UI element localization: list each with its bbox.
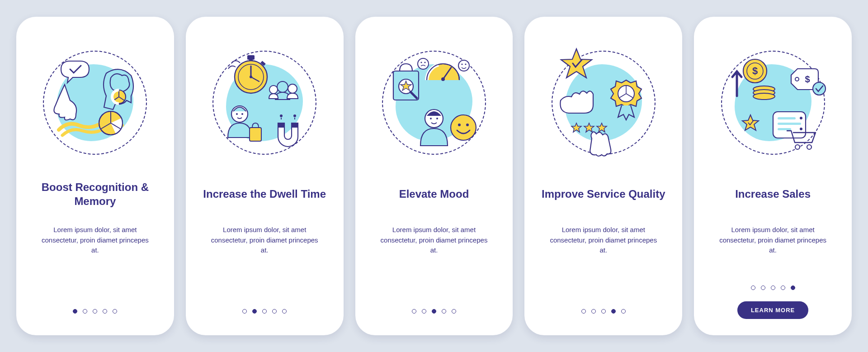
card-body: Lorem ipsum dolor, sit amet consectetur,… xyxy=(717,225,830,256)
pagination-dots xyxy=(581,309,626,314)
card-body: Lorem ipsum dolor, sit amet consectetur,… xyxy=(38,225,151,256)
card-title: Increase Sales xyxy=(735,180,811,209)
dot-1[interactable] xyxy=(242,309,247,314)
onboarding-card-3: Elevate Mood Lorem ipsum dolor, sit amet… xyxy=(355,17,513,335)
svg-point-16 xyxy=(241,113,243,115)
svg-point-26 xyxy=(420,62,422,63)
dot-2[interactable] xyxy=(252,309,257,314)
dot-5[interactable] xyxy=(282,309,287,314)
svg-point-28 xyxy=(458,60,469,71)
learn-more-button[interactable]: LEARN MORE xyxy=(737,301,808,319)
sales-icon-group: $ $ xyxy=(712,44,834,162)
dot-4[interactable] xyxy=(611,309,616,314)
dot-3[interactable] xyxy=(262,309,267,314)
dot-2[interactable] xyxy=(761,285,765,290)
card-title: Elevate Mood xyxy=(399,180,469,209)
svg-point-52 xyxy=(800,128,802,130)
dot-1[interactable] xyxy=(412,309,416,314)
onboarding-card-1: Boost Recognition & Memory Lorem ipsum d… xyxy=(16,17,174,335)
svg-point-36 xyxy=(466,124,469,126)
svg-point-33 xyxy=(436,118,438,119)
dot-3[interactable] xyxy=(771,285,775,290)
svg-point-15 xyxy=(236,113,238,115)
dot-5[interactable] xyxy=(791,285,795,290)
pagination-dots xyxy=(412,309,456,314)
svg-rect-49 xyxy=(778,123,801,125)
svg-rect-19 xyxy=(292,123,298,128)
svg-point-43 xyxy=(753,93,775,100)
svg-point-25 xyxy=(418,58,429,69)
svg-point-30 xyxy=(465,63,466,65)
svg-point-24 xyxy=(441,77,445,81)
pagination-dots xyxy=(73,309,117,314)
svg-rect-17 xyxy=(250,128,261,141)
svg-point-21 xyxy=(293,114,296,117)
dot-5[interactable] xyxy=(621,309,626,314)
svg-point-53 xyxy=(795,145,800,149)
dot-1[interactable] xyxy=(751,285,755,290)
svg-point-12 xyxy=(288,84,297,93)
dot-4[interactable] xyxy=(103,309,107,314)
svg-point-32 xyxy=(430,118,432,119)
dot-5[interactable] xyxy=(452,309,456,314)
dot-3[interactable] xyxy=(432,309,436,314)
illustration-memory xyxy=(34,44,156,162)
svg-point-13 xyxy=(269,86,278,94)
svg-point-29 xyxy=(461,63,462,65)
illustration-quality xyxy=(542,44,665,162)
illustration-mood xyxy=(373,44,495,162)
dot-1[interactable] xyxy=(73,309,77,314)
dwell-icon-group xyxy=(203,44,326,162)
onboarding-card-2: Increase the Dwell Time Lorem ipsum dolo… xyxy=(186,17,344,335)
dot-2[interactable] xyxy=(591,309,596,314)
dot-2[interactable] xyxy=(83,309,87,314)
svg-point-34 xyxy=(451,115,476,140)
card-body: Lorem ipsum dolor, sit amet consectetur,… xyxy=(208,225,321,256)
dot-3[interactable] xyxy=(601,309,606,314)
svg-point-46 xyxy=(813,82,826,95)
card-title: Improve Service Quality xyxy=(542,180,665,209)
dot-5[interactable] xyxy=(113,309,117,314)
svg-text:$: $ xyxy=(752,65,757,76)
onboarding-card-4: Improve Service Quality Lorem ipsum dolo… xyxy=(524,17,682,335)
quality-icon-group xyxy=(542,44,665,162)
svg-point-20 xyxy=(280,114,283,117)
svg-text:$: $ xyxy=(805,74,810,84)
mood-icon-group xyxy=(373,44,495,162)
card-title: Increase the Dwell Time xyxy=(203,180,326,209)
dot-3[interactable] xyxy=(93,309,97,314)
dot-2[interactable] xyxy=(422,309,426,314)
svg-point-27 xyxy=(424,62,425,63)
dot-4[interactable] xyxy=(272,309,277,314)
card-body: Lorem ipsum dolor, sit amet consectetur,… xyxy=(377,225,491,256)
pagination-dots xyxy=(242,309,287,314)
svg-rect-50 xyxy=(778,128,791,130)
illustration-sales: $ $ xyxy=(712,44,834,162)
onboarding-card-5: $ $ xyxy=(694,17,852,335)
card-body: Lorem ipsum dolor, sit amet consectetur,… xyxy=(547,225,660,256)
svg-rect-48 xyxy=(778,117,796,119)
svg-point-35 xyxy=(458,124,461,126)
svg-point-51 xyxy=(800,117,802,119)
dot-4[interactable] xyxy=(781,285,785,290)
svg-point-11 xyxy=(277,81,288,92)
svg-point-10 xyxy=(250,76,252,78)
svg-rect-18 xyxy=(278,123,284,128)
memory-icon-group xyxy=(34,44,156,162)
pagination-dots xyxy=(751,285,795,290)
card-title: Boost Recognition & Memory xyxy=(30,180,160,209)
svg-point-54 xyxy=(807,145,811,149)
illustration-dwell xyxy=(203,44,326,162)
dot-1[interactable] xyxy=(581,309,586,314)
dot-4[interactable] xyxy=(442,309,446,314)
